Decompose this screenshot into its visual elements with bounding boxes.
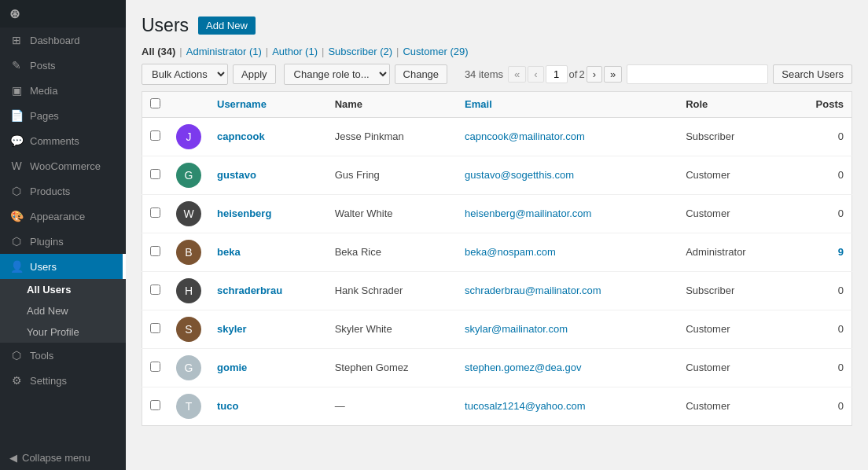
email-cell: stephen.gomez@dea.gov — [457, 348, 678, 387]
row-checkbox[interactable] — [150, 169, 160, 179]
row-checkbox[interactable] — [150, 362, 160, 372]
sidebar-item-pages[interactable]: 📄 Pages — [0, 103, 126, 128]
username-link[interactable]: capncook — [217, 130, 265, 142]
table-row: J capncook Jesse Pinkman capncook@mailin… — [142, 117, 852, 156]
posts-cell: 9 — [788, 233, 851, 271]
avatar: W — [176, 201, 201, 226]
filter-tab-all[interactable]: All (34) — [142, 46, 175, 57]
row-checkbox[interactable] — [150, 207, 160, 218]
filter-tab-subscriber[interactable]: Subscriber (2) — [328, 46, 392, 57]
sidebar-item-products[interactable]: ⬡ Products — [0, 178, 126, 204]
table-header: Username Name Email Role Posts — [142, 91, 852, 117]
username-cell: gomie — [209, 348, 327, 387]
role-cell: Customer — [678, 156, 788, 194]
posts-link[interactable]: 9 — [838, 246, 844, 258]
email-link[interactable]: heisenberg@mailinator.com — [465, 207, 591, 219]
search-users-input[interactable] — [627, 64, 768, 84]
row-checkbox[interactable] — [150, 246, 160, 256]
email-link[interactable]: capncook@mailinator.com — [465, 130, 585, 142]
sidebar-sub-your-profile[interactable]: Your Profile — [0, 321, 126, 343]
username-cell: heisenberg — [209, 194, 327, 233]
username-link[interactable]: gomie — [217, 362, 247, 373]
email-link[interactable]: gustavo@sogetthis.com — [465, 169, 574, 181]
first-page-button[interactable]: « — [508, 66, 526, 83]
filter-tab-author[interactable]: Author (1) — [272, 46, 318, 57]
users-icon: 👤 — [9, 260, 24, 273]
sidebar-item-label: Posts — [30, 60, 56, 72]
avatar-cell: G — [168, 348, 209, 387]
apply-button[interactable]: Apply — [233, 64, 276, 84]
dashboard-icon: ⊞ — [9, 34, 24, 46]
row-checkbox[interactable] — [150, 285, 160, 295]
row-checkbox[interactable] — [150, 323, 160, 333]
sidebar-item-dashboard[interactable]: ⊞ Dashboard — [0, 28, 126, 53]
sidebar-item-tools[interactable]: ⬡ Tools — [0, 343, 126, 368]
table-row: H schraderbrau Hank Schrader schraderbra… — [142, 271, 852, 310]
change-button[interactable]: Change — [395, 64, 448, 84]
username-link[interactable]: beka — [217, 246, 241, 258]
sidebar-item-settings[interactable]: ⚙ Settings — [0, 368, 126, 393]
avatar-cell: W — [168, 194, 209, 233]
sidebar-item-label: Pages — [30, 110, 59, 122]
page-number-input[interactable] — [546, 65, 568, 83]
filter-tab-customer[interactable]: Customer (29) — [403, 46, 468, 57]
sidebar: ⊛ ⊞ Dashboard ✎ Posts ▣ Media 📄 Pages 💬 … — [0, 0, 126, 470]
sidebar-sub-add-new[interactable]: Add New — [0, 300, 126, 321]
username-link[interactable]: skyler — [217, 323, 247, 335]
next-page-button[interactable]: › — [587, 66, 602, 83]
email-header[interactable]: Email — [457, 91, 678, 117]
role-cell: Customer — [678, 194, 788, 233]
username-link[interactable]: tuco — [217, 400, 238, 412]
posts-value: 0 — [838, 207, 844, 219]
email-link[interactable]: beka@nospam.com — [465, 246, 556, 258]
sidebar-item-plugins[interactable]: ⬡ Plugins — [0, 229, 126, 254]
sidebar-item-posts[interactable]: ✎ Posts — [0, 53, 126, 78]
sidebar-item-users[interactable]: 👤 Users — [0, 254, 126, 279]
email-link[interactable]: stephen.gomez@dea.gov — [465, 362, 581, 373]
sidebar-item-comments[interactable]: 💬 Comments — [0, 128, 126, 153]
bulk-actions-select[interactable]: Bulk Actions — [142, 64, 228, 85]
collapse-menu-button[interactable]: ◀ Collapse menu — [0, 446, 126, 470]
sidebar-sub-all-users[interactable]: All Users — [0, 279, 126, 300]
email-cell: schraderbrau@mailinator.com — [457, 271, 678, 310]
change-role-select[interactable]: Change role to... — [284, 64, 390, 85]
name-cell: Stephen Gomez — [327, 348, 457, 387]
username-link[interactable]: schraderbrau — [217, 285, 282, 296]
avatar: H — [176, 278, 201, 303]
sidebar-item-media[interactable]: ▣ Media — [0, 78, 126, 103]
username-link[interactable]: heisenberg — [217, 207, 271, 219]
row-checkbox-cell — [142, 233, 169, 271]
add-new-button[interactable]: Add New — [198, 17, 256, 35]
select-all-checkbox[interactable] — [150, 98, 160, 108]
last-page-button[interactable]: » — [604, 66, 622, 83]
posts-icon: ✎ — [9, 59, 24, 72]
posts-cell: 0 — [788, 271, 851, 310]
row-checkbox-cell — [142, 310, 169, 348]
row-checkbox-cell — [142, 117, 169, 156]
name-cell: Jesse Pinkman — [327, 117, 457, 156]
row-checkbox[interactable] — [150, 130, 160, 141]
prev-page-button[interactable]: ‹ — [528, 66, 543, 83]
email-cell: capncook@mailinator.com — [457, 117, 678, 156]
search-users-button[interactable]: Search Users — [773, 64, 852, 84]
sidebar-item-woocommerce[interactable]: W WooCommerce — [0, 153, 126, 178]
name-cell: Hank Schrader — [327, 271, 457, 310]
page-title: Users — [142, 14, 189, 38]
filter-tab-administrator[interactable]: Administrator (1) — [186, 46, 262, 57]
sidebar-item-label: Dashboard — [30, 35, 80, 46]
posts-value: 0 — [838, 285, 844, 296]
username-link[interactable]: gustavo — [217, 169, 256, 181]
wp-logo-icon: ⊛ — [9, 6, 20, 21]
username-cell: capncook — [209, 117, 327, 156]
sidebar-item-appearance[interactable]: 🎨 Appearance — [0, 204, 126, 229]
row-checkbox[interactable] — [150, 400, 160, 410]
email-link[interactable]: tucosalz1214@yahoo.com — [465, 400, 585, 412]
collapse-label: Collapse menu — [22, 452, 90, 464]
table-row: B beka Beka Rice beka@nospam.com Adminis… — [142, 233, 852, 271]
email-link[interactable]: schraderbrau@mailinator.com — [465, 285, 601, 296]
page-total: 2 — [579, 68, 584, 80]
username-header[interactable]: Username — [209, 91, 327, 117]
posts-cell: 0 — [788, 117, 851, 156]
email-link[interactable]: skylar@mailinator.com — [465, 323, 568, 335]
posts-cell: 0 — [788, 310, 851, 348]
